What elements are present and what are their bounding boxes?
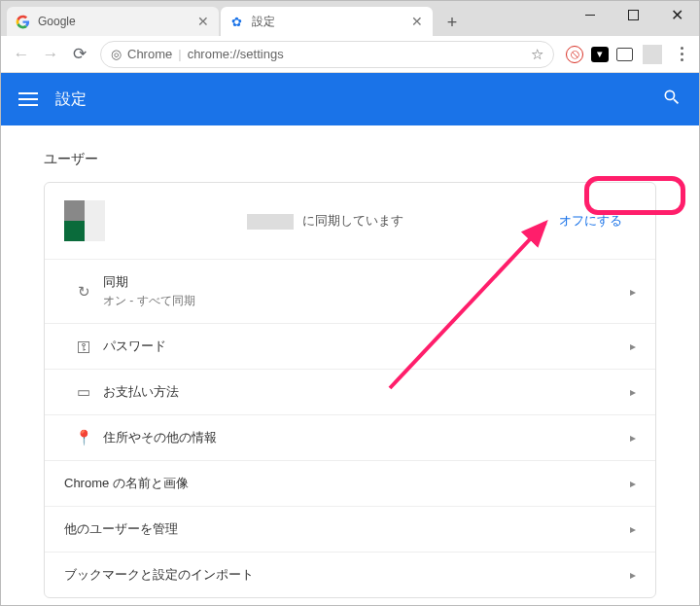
passwords-row[interactable]: ⚿ パスワード ▸ [45,323,655,369]
tab-title: Google [38,15,195,28]
row-label: 他のユーザーを管理 [64,520,630,538]
search-button[interactable] [662,88,682,111]
chevron-right-icon: ▸ [630,431,636,445]
redacted-name [247,214,294,230]
reload-button[interactable]: ⟳ [65,40,94,69]
new-tab-button[interactable]: + [438,9,466,36]
omnibox-url: chrome://settings [188,47,284,61]
sync-account-row: に同期しています オフにする [45,183,655,259]
chrome-name-image-row[interactable]: Chrome の名前と画像 ▸ [45,460,655,506]
google-favicon-icon [15,14,30,29]
row-label: ブックマークと設定のインポート [64,566,630,584]
settings-header: 設定 [1,73,699,125]
user-avatar-icon [64,200,105,241]
settings-content: ユーザー に同期しています オフにする ↻ 同期 オン - すべて同期 ▸ ⚿ … [1,125,699,605]
extension-icon-pocket[interactable]: ▾ [591,47,609,62]
row-label: 同期 [103,273,630,291]
chevron-right-icon: ▸ [630,385,636,399]
tab-settings[interactable]: ✿ 設定 ✕ [221,7,433,36]
chevron-right-icon: ▸ [630,339,636,353]
address-bar[interactable]: ◎ Chrome | chrome://settings ☆ [100,41,554,68]
profile-avatar-button[interactable] [643,45,662,64]
addresses-row[interactable]: 📍 住所やその他の情報 ▸ [45,414,655,460]
back-button[interactable]: ← [7,40,36,69]
payment-methods-row[interactable]: ▭ お支払い方法 ▸ [45,369,655,414]
row-sublabel: オン - すべて同期 [103,293,630,309]
import-bookmarks-row[interactable]: ブックマークと設定のインポート ▸ [45,552,655,597]
row-label: パスワード [103,338,630,355]
tab-title: 設定 [252,14,409,30]
chevron-right-icon: ▸ [630,285,636,299]
window-close-button[interactable]: ✕ [655,1,699,28]
menu-icon[interactable] [18,92,38,106]
tab-close-button[interactable]: ✕ [409,14,425,29]
forward-button[interactable]: → [36,40,65,69]
browser-menu-button[interactable] [670,47,693,61]
chevron-right-icon: ▸ [630,477,636,490]
row-label: Chrome の名前と画像 [64,475,630,492]
chrome-icon: ◎ [111,47,122,61]
extension-icon-adblock[interactable]: ⦸ [566,46,583,63]
section-title-user: ユーザー [44,151,656,168]
browser-toolbar: ← → ⟳ ◎ Chrome | chrome://settings ☆ ⦸ ▾ [1,36,699,73]
turn-off-sync-button[interactable]: オフにする [545,206,636,235]
sync-row[interactable]: ↻ 同期 オン - すべて同期 ▸ [45,259,655,323]
sync-status-text: に同期しています [105,212,545,230]
key-icon: ⚿ [64,339,103,355]
user-card: に同期しています オフにする ↻ 同期 オン - すべて同期 ▸ ⚿ パスワード… [44,182,656,598]
row-label: お支払い方法 [103,383,630,401]
card-icon: ▭ [64,383,103,401]
chevron-right-icon: ▸ [630,522,636,536]
omnibox-chip: Chrome [127,47,172,61]
manage-other-people-row[interactable]: 他のユーザーを管理 ▸ [45,506,655,552]
tab-close-button[interactable]: ✕ [195,14,211,29]
extension-icon-cast[interactable] [616,48,633,61]
bookmark-star-icon[interactable]: ☆ [531,46,543,63]
page-title: 設定 [55,89,87,110]
window-minimize-button[interactable] [568,1,612,28]
row-label: 住所やその他の情報 [103,429,630,446]
sync-icon: ↻ [64,283,103,301]
chevron-right-icon: ▸ [630,568,636,582]
gear-favicon-icon: ✿ [228,14,244,29]
tab-google[interactable]: Google ✕ [7,7,219,36]
window-maximize-button[interactable] [612,1,655,28]
pin-icon: 📍 [64,429,103,446]
